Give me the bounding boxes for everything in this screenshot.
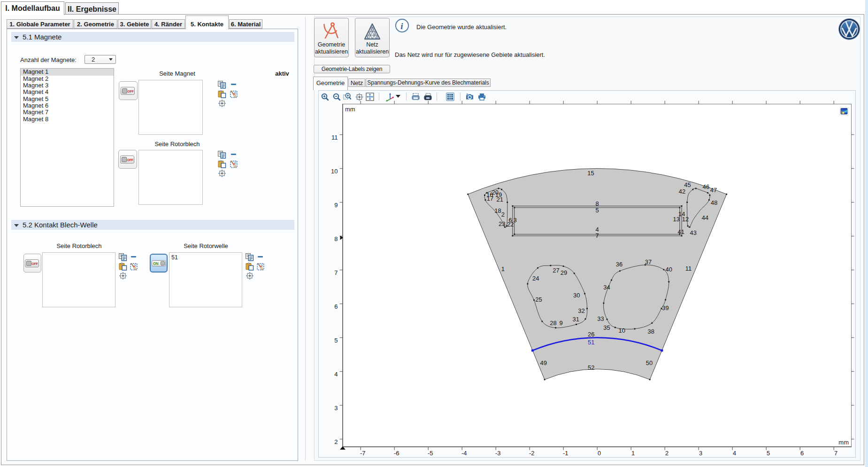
svg-text:3: 3 (334, 405, 338, 412)
svg-text:mm: mm (838, 439, 849, 446)
svg-text:6: 6 (800, 450, 804, 457)
svg-text:29: 29 (561, 269, 567, 276)
svg-text:4: 4 (334, 371, 338, 378)
svg-text:-6: -6 (394, 450, 399, 457)
svg-text:25: 25 (535, 296, 542, 303)
svg-text:47: 47 (710, 187, 717, 194)
svg-text:-4: -4 (461, 450, 467, 457)
svg-text:-5: -5 (428, 450, 433, 457)
svg-text:10: 10 (331, 168, 338, 175)
svg-text:48: 48 (711, 199, 717, 206)
svg-text:4: 4 (733, 450, 736, 457)
svg-text:42: 42 (679, 188, 685, 195)
svg-text:30: 30 (573, 292, 580, 299)
svg-text:32: 32 (578, 307, 584, 314)
svg-text:23: 23 (499, 220, 505, 227)
svg-text:33: 33 (597, 315, 604, 322)
svg-text:0: 0 (598, 450, 601, 457)
svg-text:40: 40 (666, 266, 672, 273)
svg-text:11: 11 (685, 265, 692, 272)
svg-text:9: 9 (560, 319, 563, 327)
svg-text:i: i (400, 21, 403, 31)
svg-text:-2: -2 (529, 450, 535, 457)
svg-text:-7: -7 (360, 450, 366, 457)
svg-text:5: 5 (596, 207, 599, 214)
svg-text:1: 1 (501, 265, 505, 272)
svg-text:2: 2 (665, 450, 668, 457)
svg-text:-3: -3 (495, 450, 501, 457)
svg-text:-1: -1 (563, 450, 568, 457)
svg-text:43: 43 (690, 229, 696, 236)
svg-text:5: 5 (767, 450, 770, 457)
svg-text:3: 3 (699, 450, 702, 457)
svg-text:21: 21 (497, 196, 503, 203)
svg-text:2: 2 (501, 211, 505, 218)
svg-text:3: 3 (514, 217, 517, 224)
svg-text:39: 39 (662, 304, 668, 311)
svg-text:17: 17 (487, 195, 493, 202)
svg-text:37: 37 (645, 258, 652, 265)
svg-text:18: 18 (494, 207, 501, 214)
svg-text:7: 7 (596, 232, 599, 239)
svg-text:46: 46 (703, 183, 709, 190)
svg-text:10: 10 (619, 327, 625, 334)
svg-text:27: 27 (553, 267, 559, 274)
svg-text:6: 6 (334, 303, 338, 310)
svg-text:9: 9 (334, 202, 338, 209)
svg-text:34: 34 (603, 284, 610, 291)
svg-text:12: 12 (682, 216, 689, 223)
svg-text:5: 5 (334, 337, 338, 344)
svg-text:28: 28 (550, 319, 556, 327)
svg-text:51: 51 (588, 339, 594, 346)
svg-text:7: 7 (334, 269, 338, 276)
svg-text:mm: mm (345, 106, 355, 113)
svg-text:31: 31 (573, 316, 579, 323)
svg-text:44: 44 (702, 214, 708, 221)
svg-text:26: 26 (588, 331, 594, 338)
svg-text:13: 13 (673, 216, 679, 223)
svg-text:38: 38 (647, 328, 654, 335)
svg-text:8: 8 (334, 235, 338, 242)
svg-text:35: 35 (603, 324, 610, 331)
svg-text:2: 2 (334, 438, 338, 445)
svg-text:22: 22 (507, 221, 514, 228)
svg-text:7: 7 (834, 450, 837, 457)
svg-text:15: 15 (587, 170, 594, 177)
svg-text:50: 50 (646, 359, 653, 366)
svg-text:36: 36 (616, 261, 622, 268)
svg-text:1: 1 (631, 450, 635, 457)
svg-text:49: 49 (540, 359, 546, 366)
svg-text:11: 11 (331, 134, 338, 141)
svg-text:52: 52 (588, 364, 594, 371)
svg-text:41: 41 (678, 228, 684, 235)
svg-text:24: 24 (532, 275, 539, 282)
